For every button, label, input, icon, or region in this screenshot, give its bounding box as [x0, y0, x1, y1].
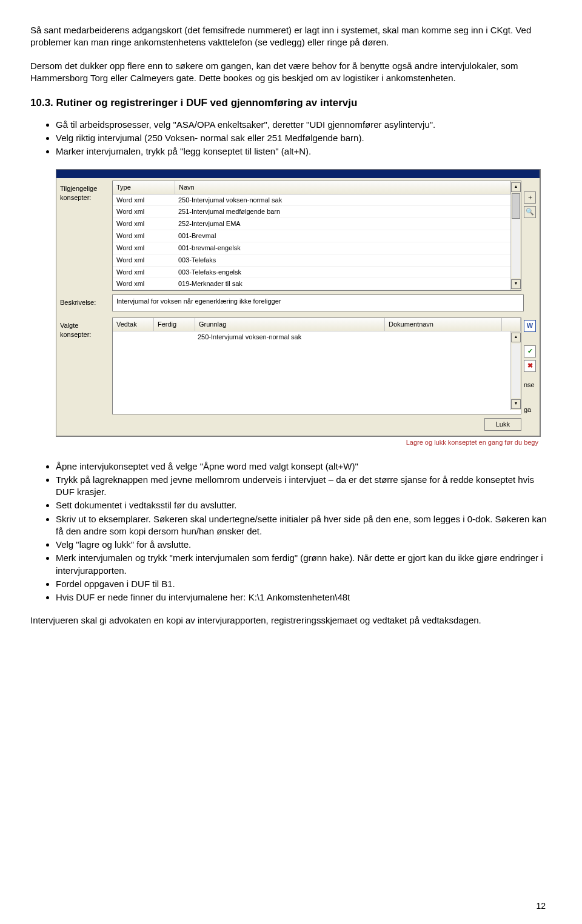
bullet-list-2: Åpne intervjukonseptet ved å velge "Åpne… [30, 460, 552, 604]
paragraph: Så sant medarbeiderens adgangskort (det … [30, 24, 552, 49]
selected-concepts-table[interactable]: Vedtak Ferdig Grunnlag Dokumentnavn 250-… [112, 317, 521, 414]
scrollbar[interactable]: ▲ ▼ [510, 331, 521, 410]
table-row[interactable]: Word xml250-Intervjumal voksen-normal sa… [113, 194, 510, 207]
label-tilgjengelige: Tilgjengelige konsepter: [59, 181, 112, 202]
col-dokumentnavn[interactable]: Dokumentnavn [385, 318, 502, 331]
table-row[interactable]: Word xml003-Telefaks-engelsk [113, 267, 510, 279]
list-item: Gå til arbeidsprosesser, velg "ASA/OPA e… [56, 119, 552, 131]
duf-screenshot: Tilgjengelige konsepter: Type Navn Word … [56, 169, 541, 447]
list-item: Åpne intervjukonseptet ved å velge "Åpne… [56, 460, 552, 473]
list-item: Marker intervjumalen, trykk på "legg kon… [56, 145, 552, 158]
word-icon[interactable]: W [524, 320, 536, 332]
table-row[interactable]: Word xml001-brevmal-engelsk [113, 242, 510, 254]
scroll-track[interactable] [512, 344, 520, 398]
col-navn[interactable]: Navn [175, 181, 510, 194]
list-item: Trykk på lagreknappen med jevne mellomro… [56, 474, 552, 499]
label-beskrivelse: Beskrivelse: [59, 294, 112, 307]
list-item: Fordel oppgaven i DUF til B1. [56, 578, 552, 590]
table-row[interactable]: Word xml003-Telefaks [113, 254, 510, 267]
col-ferdig[interactable]: Ferdig [154, 318, 195, 331]
close-button[interactable]: Lukk [484, 418, 521, 431]
scroll-up-icon[interactable]: ▲ [511, 333, 521, 342]
delete-icon[interactable]: ✖ [524, 360, 536, 372]
list-item: Sett dokumentet i vedtaksstil før du avs… [56, 499, 552, 511]
label-valgte: Valgte konsepter: [59, 317, 112, 339]
selected-row-name: 250-Intervjumal voksen-normal sak [194, 331, 510, 343]
scroll-thumb[interactable] [512, 193, 520, 219]
list-item: Skriv ut to eksemplarer. Søkeren skal un… [56, 513, 552, 538]
scroll-down-icon[interactable]: ▼ [511, 279, 521, 289]
table-body: Word xml250-Intervjumal voksen-normal sa… [113, 194, 510, 291]
col-spacer [502, 318, 521, 331]
scroll-down-icon[interactable]: ▼ [511, 399, 521, 409]
footer-hint: Lagre og lukk konseptet en gang før du b… [56, 437, 541, 447]
table-header-row: Type Navn [113, 181, 510, 194]
table-row[interactable]: Word xml251-Intervjumal medfølgende barn [113, 206, 510, 218]
list-item: Velg "lagre og lukk" for å avslutte. [56, 539, 552, 551]
cut-text: nse [524, 381, 537, 390]
table-row[interactable]: 250-Intervjumal voksen-normal sak [113, 331, 510, 343]
col-grunnlag[interactable]: Grunnlag [195, 318, 385, 331]
concepts-table[interactable]: Type Navn Word xml250-Intervjumal voksen… [112, 181, 521, 291]
description-field: Intervjumal for voksen når egenerklæring… [112, 294, 524, 311]
bullet-list-1: Gå til arbeidsprosesser, velg "ASA/OPA e… [30, 119, 552, 158]
paragraph: Dersom det dukker opp flere enn to søker… [30, 60, 552, 85]
list-item: Hvis DUF er nede finner du intervjumalen… [56, 591, 552, 603]
window: Tilgjengelige konsepter: Type Navn Word … [56, 169, 541, 437]
table-header-row: Vedtak Ferdig Grunnlag Dokumentnavn [113, 318, 521, 331]
scroll-up-icon[interactable]: ▲ [511, 182, 521, 192]
col-type[interactable]: Type [113, 181, 175, 194]
check-icon[interactable]: ✔ [524, 345, 536, 357]
scroll-track[interactable] [512, 193, 520, 279]
section-heading: 10.3. Rutiner og registreringer i DUF ve… [30, 96, 552, 110]
search-icon[interactable]: 🔍 [524, 206, 536, 218]
list-item: Velg riktig intervjumal (250 Voksen- nor… [56, 132, 552, 144]
col-vedtak[interactable]: Vedtak [113, 318, 154, 331]
cut-text: ga [524, 405, 537, 414]
paragraph: Intervjueren skal gi advokaten en kopi a… [30, 614, 552, 627]
scrollbar[interactable]: ▲ ▼ [510, 181, 521, 291]
table-row[interactable]: Word xml001-Brevmal [113, 230, 510, 242]
list-item: Merk intervjumalen og trykk "merk interv… [56, 552, 552, 577]
table-row[interactable]: Word xml019-Merknader til sak [113, 278, 510, 290]
table-row[interactable]: Word xml252-Intervjumal EMA [113, 218, 510, 230]
add-concept-button[interactable]: ＋ [524, 191, 536, 204]
window-titlebar [56, 170, 540, 178]
